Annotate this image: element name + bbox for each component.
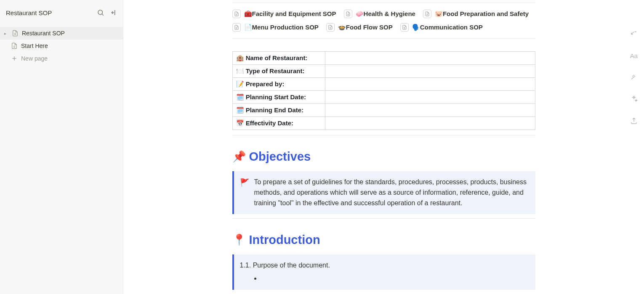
new-page-label: New page <box>21 55 48 62</box>
table-cell-value[interactable] <box>325 104 535 117</box>
divider <box>232 38 535 39</box>
subpage-link-food-prep[interactable]: 🐷Food Preparation and Safety <box>423 10 529 18</box>
sidebar: Restaurant SOP ▸ Restaurant SOP Start He… <box>0 0 123 294</box>
objectives-callout[interactable]: 🚩 To prepare a set of guidelines for the… <box>232 171 535 214</box>
page-icon <box>10 42 19 49</box>
share-icon[interactable] <box>628 115 640 127</box>
table-cell-value[interactable] <box>325 52 535 65</box>
chip-label: 📄Menu Production SOP <box>244 24 319 31</box>
sidebar-nav: ▸ Restaurant SOP Start Here New page <box>0 25 123 294</box>
page-icon <box>423 10 431 18</box>
table-row: 📝 Prepared by: <box>232 78 535 91</box>
search-icon[interactable] <box>96 8 105 17</box>
ai-sparkle-icon[interactable] <box>628 72 640 83</box>
subpage-links-row: 🧰Facility and Equipment SOP 🧼Health & Hy… <box>232 5 535 36</box>
sidebar-item-restaurant-sop[interactable]: ▸ Restaurant SOP <box>0 27 123 40</box>
settings-sparkle-icon[interactable] <box>628 93 640 105</box>
svg-point-0 <box>98 10 103 15</box>
chip-label: 🐷Food Preparation and Safety <box>435 10 529 18</box>
chip-label: 🧰Facility and Equipment SOP <box>244 10 336 18</box>
sidebar-item-label: Restaurant SOP <box>22 30 65 37</box>
page-icon <box>400 23 409 32</box>
pushpin-icon: 📌 <box>232 150 246 163</box>
table-cell-value[interactable] <box>325 91 535 104</box>
workspace-name[interactable]: Restaurant SOP <box>5 9 96 16</box>
right-rail: Aa <box>624 0 644 294</box>
expand-icon[interactable] <box>628 28 640 40</box>
info-table[interactable]: 🏨 Name of Restaurant: 🍽️ Type of Restaur… <box>232 51 535 130</box>
chip-label: 🗣️Communication SOP <box>412 24 483 31</box>
table-row: 🗓️ Planning End Date: <box>232 104 535 117</box>
table-cell-value[interactable] <box>325 65 535 78</box>
svg-line-22 <box>631 32 634 34</box>
typography-button[interactable]: Aa <box>628 50 640 61</box>
sidebar-item-label: Start Here <box>21 42 48 49</box>
chip-label: 🧼Health & Hygiene <box>356 10 415 18</box>
callout-body: To prepare a set of guidelines for the s… <box>254 177 528 208</box>
table-row: 📅 Effectivity Date: <box>232 117 535 130</box>
sidebar-header: Restaurant SOP <box>0 0 123 25</box>
page-icon <box>232 10 241 18</box>
objectives-heading[interactable]: 📌 Objectives <box>232 150 535 164</box>
collapse-sidebar-icon[interactable] <box>109 8 118 17</box>
page-icon <box>344 10 352 18</box>
divider <box>232 218 535 219</box>
table-row: 🏨 Name of Restaurant: <box>232 52 535 65</box>
caret-icon[interactable]: ▸ <box>4 31 10 36</box>
list-item[interactable] <box>261 273 528 284</box>
svg-line-1 <box>102 14 103 15</box>
subpage-link-food-flow[interactable]: 🍲Food Flow SOP <box>326 23 393 32</box>
page-icon <box>326 23 335 32</box>
introduction-heading[interactable]: 📍 Introduction <box>232 233 535 247</box>
new-page-button[interactable]: New page <box>0 52 123 65</box>
divider <box>232 3 535 3</box>
round-pushpin-icon: 📍 <box>232 233 246 246</box>
table-cell-value[interactable] <box>325 78 535 91</box>
flag-icon: 🚩 <box>240 177 249 208</box>
table-row: 🗓️ Planning Start Date: <box>232 91 535 104</box>
subpage-link-communication[interactable]: 🗣️Communication SOP <box>400 23 483 32</box>
introduction-callout[interactable]: 1.1. Purpose of the document. <box>232 254 535 290</box>
table-row: 🍽️ Type of Restaurant: <box>232 65 535 78</box>
page-icon <box>232 23 241 32</box>
intro-item-1: 1.1. Purpose of the document. <box>240 260 528 271</box>
divider <box>232 135 535 135</box>
subpage-link-facility[interactable]: 🧰Facility and Equipment SOP <box>232 10 336 18</box>
chip-label: 🍲Food Flow SOP <box>338 24 393 31</box>
plus-icon <box>10 55 19 62</box>
sidebar-item-start-here[interactable]: Start Here <box>0 40 123 52</box>
page-icon <box>11 30 19 37</box>
subpage-link-menu[interactable]: 📄Menu Production SOP <box>232 23 319 32</box>
main-content: 🧰Facility and Equipment SOP 🧼Health & Hy… <box>123 0 644 294</box>
subpage-link-health[interactable]: 🧼Health & Hygiene <box>344 10 415 18</box>
svg-line-24 <box>631 77 633 79</box>
table-cell-value[interactable] <box>325 117 535 130</box>
